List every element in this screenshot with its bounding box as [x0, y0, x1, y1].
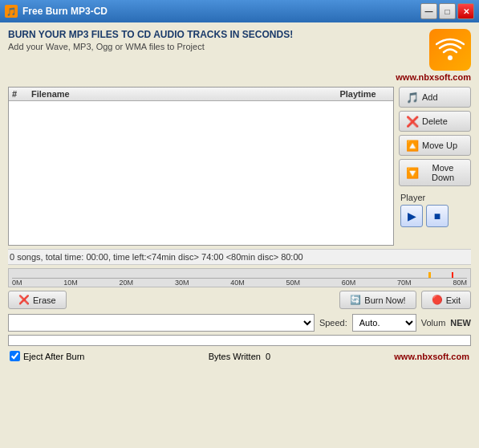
volume-value: NEW [450, 318, 471, 328]
close-button[interactable]: ✕ [457, 3, 474, 19]
header-section: BURN YOUR MP3 FILES TO CD AUDIO TRACKS I… [8, 29, 471, 82]
erase-icon: ❌ [18, 295, 30, 305]
options-row: Speed: Auto. Volum NEW [8, 314, 471, 332]
erase-button[interactable]: ❌ Erase [8, 291, 67, 309]
delete-button[interactable]: ❌ Delete [399, 111, 471, 132]
player-controls: ▶ ■ [400, 205, 471, 227]
bytes-label: Bytes Written [209, 352, 261, 361]
footer-website: www.nbxsoft.com [394, 352, 469, 361]
bytes-section: Bytes Written 0 [209, 352, 270, 361]
file-list-body[interactable] [9, 101, 393, 241]
move-down-icon: 🔽 [406, 166, 419, 179]
progress-bar-container [8, 335, 471, 346]
add-button[interactable]: 🎵 Add [399, 87, 471, 108]
delete-label: Delete [422, 116, 448, 126]
ruler-80m: 80M [453, 279, 467, 287]
burn-button[interactable]: 🔄 Burn Now! [339, 291, 416, 309]
middle-area: # Filename Playtime 🎵 Add ❌ Delete 🔼 Mov… [8, 87, 471, 246]
main-content: BURN YOUR MP3 FILES TO CD AUDIO TRACKS I… [0, 22, 479, 369]
move-up-label: Move Up [422, 141, 457, 150]
window-title: Free Burn MP3-CD [22, 6, 420, 17]
player-label: Player [400, 193, 471, 202]
ruler-40m: 40M [230, 279, 245, 287]
speed-select[interactable]: Auto. [352, 314, 416, 332]
status-bar: 0 songs, total time: 00:00, time left:<7… [8, 249, 471, 265]
play-button[interactable]: ▶ [400, 205, 423, 227]
move-up-icon: 🔼 [406, 139, 419, 152]
wifi-logo-icon [436, 35, 465, 64]
ruler-highlight [428, 272, 431, 278]
eject-checkbox[interactable] [10, 351, 20, 361]
ruler-ticks [12, 272, 467, 279]
ruler-labels: 0M 10M 20M 30M 40M 50M 60M 70M 80M [12, 279, 467, 287]
header-title: BURN YOUR MP3 FILES TO CD AUDIO TRACKS I… [8, 29, 396, 40]
exit-button[interactable]: 🔴 Exit [421, 291, 471, 309]
footer: Eject After Burn Bytes Written 0 www.nbx… [8, 349, 471, 363]
header-website: www.nbxsoft.com [396, 72, 471, 82]
minimize-button[interactable]: — [420, 3, 437, 19]
burn-icon: 🔄 [350, 295, 361, 305]
ruler-20m: 20M [120, 279, 134, 287]
side-buttons: 🎵 Add ❌ Delete 🔼 Move Up 🔽 Move Down Pla… [399, 87, 471, 246]
ruler-30m: 30M [175, 279, 189, 287]
drive-select[interactable] [8, 314, 315, 332]
maximize-button[interactable]: □ [439, 3, 456, 19]
file-list-container: # Filename Playtime [8, 87, 394, 246]
title-bar: 🎵 Free Burn MP3-CD — □ ✕ [0, 0, 479, 22]
volume-label: Volum [421, 318, 446, 328]
col-playtime: Playtime [326, 89, 390, 99]
burn-label: Burn Now! [364, 295, 405, 305]
window-controls: — □ ✕ [420, 3, 474, 19]
app-icon: 🎵 [5, 5, 18, 18]
player-section: Player ▶ ■ [399, 193, 471, 227]
add-icon: 🎵 [406, 91, 419, 104]
bytes-value: 0 [266, 352, 270, 361]
speed-label: Speed: [319, 318, 347, 328]
move-down-label: Move Down [422, 163, 464, 182]
svg-point-0 [448, 55, 453, 60]
ruler-10m: 10M [63, 279, 78, 287]
header-subtitle: Add your Wave, MP3, Ogg or WMA files to … [8, 42, 396, 51]
eject-label: Eject After Burn [23, 352, 84, 361]
col-hash: # [12, 89, 31, 99]
file-list-header: # Filename Playtime [9, 88, 393, 101]
exit-icon: 🔴 [432, 295, 443, 305]
bottom-controls: ❌ Erase 🔄 Burn Now! 🔴 Exit [8, 291, 471, 309]
stop-button[interactable]: ■ [426, 205, 449, 227]
col-filename: Filename [31, 89, 326, 99]
header-text: BURN YOUR MP3 FILES TO CD AUDIO TRACKS I… [8, 29, 396, 51]
move-down-button[interactable]: 🔽 Move Down [399, 159, 471, 186]
ruler-0m: 0M [12, 279, 22, 287]
eject-section: Eject After Burn [10, 351, 84, 361]
add-label: Add [422, 92, 438, 102]
ruler-red-marker [452, 272, 453, 278]
delete-icon: ❌ [406, 115, 419, 128]
ruler-50m: 50M [286, 279, 300, 287]
move-up-button[interactable]: 🔼 Move Up [399, 135, 471, 156]
ruler-60m: 60M [342, 279, 356, 287]
app-logo [429, 29, 471, 71]
status-text: 0 songs, total time: 00:00, time left:<7… [10, 252, 303, 262]
ruler-70m: 70M [397, 279, 412, 287]
exit-label: Exit [446, 295, 461, 305]
ruler-inner: 0M 10M 20M 30M 40M 50M 60M 70M 80M [12, 272, 467, 287]
erase-label: Erase [33, 295, 56, 305]
ruler: 0M 10M 20M 30M 40M 50M 60M 70M 80M [8, 268, 471, 287]
